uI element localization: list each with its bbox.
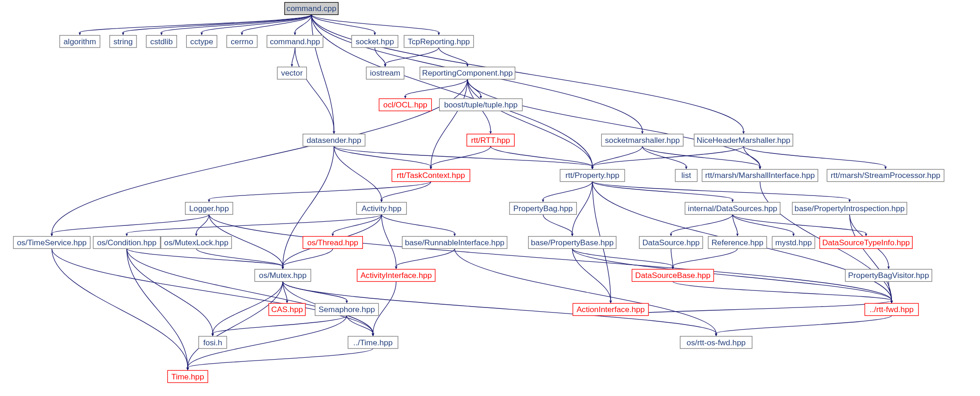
node-box[interactable] — [402, 236, 507, 248]
graph-node[interactable]: DataSourceBase.hpp — [632, 269, 713, 281]
node-box[interactable] — [510, 202, 576, 214]
graph-node[interactable]: datasender.hpp — [303, 134, 365, 146]
node-box[interactable] — [303, 236, 363, 248]
node-box[interactable] — [404, 35, 474, 47]
graph-node[interactable]: DataSourceTypeInfo.hpp — [820, 236, 912, 248]
graph-node[interactable]: ActionInterface.hpp — [573, 303, 648, 315]
node-box[interactable] — [440, 99, 523, 111]
node-box[interactable] — [675, 169, 697, 181]
graph-node[interactable]: rtt/marsh/MarshallInterface.hpp — [702, 169, 818, 181]
graph-node[interactable]: os/rtt-os-fwd.hpp — [680, 336, 752, 348]
graph-node[interactable]: boost/tuple/tuple.hpp — [440, 99, 523, 111]
node-box[interactable] — [772, 236, 815, 248]
graph-node[interactable]: ocl/OCL.hpp — [379, 99, 432, 111]
graph-node[interactable]: base/RunnableInterface.hpp — [402, 236, 507, 248]
graph-node[interactable]: cctype — [186, 35, 217, 47]
graph-node[interactable]: command.hpp — [267, 35, 323, 47]
node-box[interactable] — [110, 35, 137, 47]
graph-node[interactable]: PropertyBag.hpp — [510, 202, 576, 214]
node-box[interactable] — [277, 67, 306, 79]
node-box[interactable] — [467, 134, 514, 146]
node-box[interactable] — [865, 303, 918, 315]
graph-node[interactable]: ../rtt-fwd.hpp — [865, 303, 918, 315]
node-box[interactable] — [185, 202, 233, 214]
node-box[interactable] — [348, 336, 398, 348]
graph-node[interactable]: Time.hpp — [167, 370, 208, 382]
node-box[interactable] — [366, 67, 404, 79]
node-box[interactable] — [379, 99, 432, 111]
node-box[interactable] — [827, 169, 944, 181]
graph-node[interactable]: os/Thread.hpp — [303, 236, 363, 248]
node-box[interactable] — [59, 35, 100, 47]
graph-node[interactable]: NiceHeaderMarshaller.hpp — [694, 134, 793, 146]
graph-node[interactable]: Semaphore.hpp — [315, 303, 378, 315]
graph-node[interactable]: base/PropertyIntrospection.hpp — [792, 202, 907, 214]
graph-node[interactable]: ActivityInterface.hpp — [357, 269, 435, 281]
graph-node[interactable]: internal/DataSources.hpp — [685, 202, 780, 214]
node-box[interactable] — [529, 236, 616, 248]
node-box[interactable] — [13, 236, 90, 248]
graph-node[interactable]: DataSource.hpp — [639, 236, 702, 248]
node-box[interactable] — [227, 35, 257, 47]
graph-node[interactable]: PropertyBagVisitor.hpp — [845, 269, 932, 281]
graph-node[interactable]: string — [110, 35, 137, 47]
graph-node[interactable]: rtt/marsh/StreamProcessor.hpp — [827, 169, 944, 181]
graph-node[interactable]: Activity.hpp — [356, 202, 406, 214]
graph-node[interactable]: rtt/TaskContext.hpp — [392, 169, 470, 181]
graph-node[interactable]: fosi.h — [199, 336, 227, 348]
graph-node[interactable]: os/Condition.hpp — [93, 236, 160, 248]
node-box[interactable] — [167, 370, 208, 382]
graph-node[interactable]: rtt/Property.hpp — [560, 169, 624, 181]
node-box[interactable] — [820, 236, 912, 248]
graph-node[interactable]: vector — [277, 67, 306, 79]
graph-node[interactable]: mystd.hpp — [772, 236, 815, 248]
node-box[interactable] — [352, 35, 398, 47]
node-box[interactable] — [315, 303, 378, 315]
graph-node[interactable]: Reference.hpp — [708, 236, 767, 248]
node-box[interactable] — [680, 336, 752, 348]
graph-node[interactable]: socketmarshaller.hpp — [601, 134, 683, 146]
node-box[interactable] — [392, 169, 470, 181]
node-box[interactable] — [702, 169, 818, 181]
node-box[interactable] — [639, 236, 702, 248]
graph-node[interactable]: cstdlib — [146, 35, 177, 47]
graph-node[interactable]: algorithm — [59, 35, 100, 47]
node-box[interactable] — [267, 35, 323, 47]
node-box[interactable] — [420, 67, 515, 79]
node-box[interactable] — [186, 35, 217, 47]
node-box[interactable] — [199, 336, 227, 348]
node-box[interactable] — [146, 35, 177, 47]
graph-node[interactable]: command.cpp — [285, 2, 338, 14]
node-box[interactable] — [694, 134, 793, 146]
node-box[interactable] — [303, 134, 365, 146]
graph-node[interactable]: ReportingComponent.hpp — [420, 67, 515, 79]
node-box[interactable] — [560, 169, 624, 181]
graph-node[interactable]: cerrno — [227, 35, 257, 47]
node-box[interactable] — [792, 202, 907, 214]
graph-node[interactable]: Logger.hpp — [185, 202, 233, 214]
node-box[interactable] — [845, 269, 932, 281]
graph-node[interactable]: os/Mutex.hpp — [255, 269, 311, 281]
graph-node[interactable]: rtt/RTT.hpp — [467, 134, 514, 146]
graph-node[interactable]: socket.hpp — [352, 35, 398, 47]
node-box[interactable] — [632, 269, 713, 281]
graph-node[interactable]: TcpReporting.hpp — [404, 35, 474, 47]
node-box[interactable] — [601, 134, 683, 146]
graph-node[interactable]: list — [675, 169, 697, 181]
node-box[interactable] — [685, 202, 780, 214]
node-box[interactable] — [285, 2, 338, 14]
node-box[interactable] — [708, 236, 767, 248]
node-box[interactable] — [93, 236, 160, 248]
node-box[interactable] — [255, 269, 311, 281]
graph-node[interactable]: os/TimeService.hpp — [13, 236, 90, 248]
graph-node[interactable]: os/MutexLock.hpp — [161, 236, 232, 248]
node-box[interactable] — [356, 202, 406, 214]
node-box[interactable] — [573, 303, 648, 315]
graph-node[interactable]: CAS.hpp — [269, 303, 305, 315]
graph-node[interactable]: iostream — [366, 67, 404, 79]
node-box[interactable] — [357, 269, 435, 281]
node-box[interactable] — [269, 303, 305, 315]
graph-node[interactable]: ../Time.hpp — [348, 336, 398, 348]
graph-node[interactable]: base/PropertyBase.hpp — [529, 236, 616, 248]
node-box[interactable] — [161, 236, 232, 248]
